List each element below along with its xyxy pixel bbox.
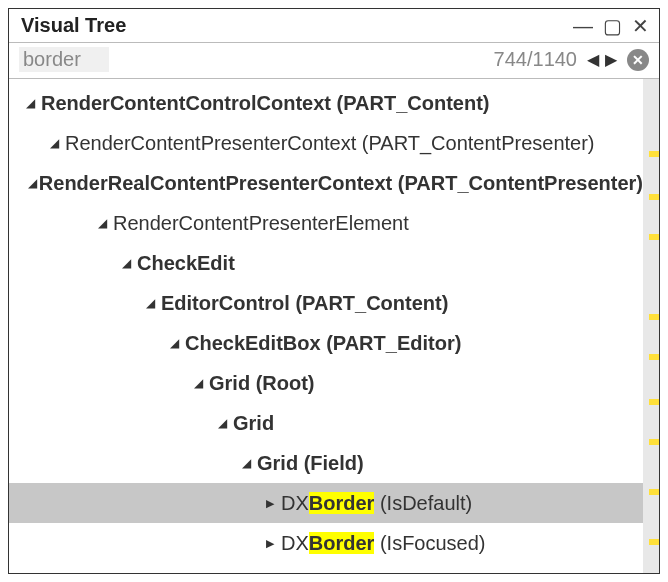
panel-title: Visual Tree <box>21 14 126 37</box>
visual-tree-panel: Visual Tree — ▢ ✕ 744/1140 ◀ ▶ ✕ RenderC… <box>8 8 660 574</box>
gutter-match-mark[interactable] <box>649 539 659 545</box>
gutter-match-mark[interactable] <box>649 354 659 360</box>
tree-item-label: DXBorder (IsDefault) <box>281 492 472 515</box>
tree-row[interactable]: EditorControl (PART_Content) <box>9 283 643 323</box>
tree-item-label: RenderContentPresenterElement <box>113 212 409 235</box>
tree-row[interactable]: DXBorder (IsFocused) <box>9 523 643 563</box>
next-match-button[interactable]: ▶ <box>603 50 619 69</box>
tree-row[interactable]: RenderContentPresenterElement <box>9 203 643 243</box>
tree-row[interactable]: RenderContentPresenterContext (PART_Cont… <box>9 123 643 163</box>
tree-row[interactable]: CheckEdit <box>9 243 643 283</box>
search-input[interactable] <box>19 47 109 72</box>
gutter-match-mark[interactable] <box>649 234 659 240</box>
window-controls: — ▢ ✕ <box>573 16 649 36</box>
panel-body: RenderContentControlContext (PART_Conten… <box>9 79 659 573</box>
collapse-icon[interactable] <box>93 216 111 230</box>
tree-item-label: DXBorder (IsFocused) <box>281 532 486 555</box>
collapse-icon[interactable] <box>117 256 135 270</box>
tree-item-label: RenderRealContentPresenterContext (PART_… <box>39 172 643 195</box>
collapse-icon[interactable] <box>21 96 39 110</box>
tree-row[interactable]: DXBorder (IsDefault) <box>9 483 643 523</box>
tree-item-label: Grid (Root) <box>209 372 315 395</box>
tree-item-label: Grid <box>233 412 274 435</box>
clear-search-button[interactable]: ✕ <box>627 49 649 71</box>
tree-item-label: Grid (Field) <box>257 452 364 475</box>
tree-item-label: CheckEditBox (PART_Editor) <box>185 332 461 355</box>
collapse-icon[interactable] <box>189 376 207 390</box>
gutter-match-mark[interactable] <box>649 489 659 495</box>
tree-row[interactable]: Grid (Field) <box>9 443 643 483</box>
gutter-match-mark[interactable] <box>649 314 659 320</box>
collapse-icon[interactable] <box>237 456 255 470</box>
tree-item-label: RenderContentPresenterContext (PART_Cont… <box>65 132 595 155</box>
tree-item-label: EditorControl (PART_Content) <box>161 292 448 315</box>
visual-tree[interactable]: RenderContentControlContext (PART_Conten… <box>9 79 643 573</box>
collapse-icon[interactable] <box>141 296 159 310</box>
gutter-match-mark[interactable] <box>649 439 659 445</box>
search-bar: 744/1140 ◀ ▶ ✕ <box>9 43 659 79</box>
collapse-icon[interactable] <box>28 176 37 190</box>
tree-row[interactable]: Grid (Root) <box>9 363 643 403</box>
gutter-match-mark[interactable] <box>649 399 659 405</box>
collapse-icon[interactable] <box>165 336 183 350</box>
search-nav: ◀ ▶ <box>585 50 619 69</box>
collapse-icon[interactable] <box>213 416 231 430</box>
match-gutter[interactable] <box>643 79 659 573</box>
gutter-match-mark[interactable] <box>649 194 659 200</box>
restore-button[interactable]: ▢ <box>603 16 622 36</box>
expand-icon[interactable] <box>261 497 279 510</box>
titlebar: Visual Tree — ▢ ✕ <box>9 9 659 43</box>
close-button[interactable]: ✕ <box>632 16 649 36</box>
tree-item-label: RenderContentControlContext (PART_Conten… <box>41 92 489 115</box>
tree-item-label: CheckEdit <box>137 252 235 275</box>
gutter-match-mark[interactable] <box>649 151 659 157</box>
tree-row[interactable]: CheckEditBox (PART_Editor) <box>9 323 643 363</box>
minimize-button[interactable]: — <box>573 16 593 36</box>
search-result-count: 744/1140 <box>494 48 577 71</box>
tree-row[interactable]: Grid <box>9 403 643 443</box>
search-highlight: Border <box>309 492 375 514</box>
tree-row[interactable]: RenderContentControlContext (PART_Conten… <box>9 83 643 123</box>
search-highlight: Border <box>309 532 375 554</box>
collapse-icon[interactable] <box>45 136 63 150</box>
expand-icon[interactable] <box>261 537 279 550</box>
prev-match-button[interactable]: ◀ <box>585 50 601 69</box>
tree-row[interactable]: RenderRealContentPresenterContext (PART_… <box>9 163 643 203</box>
